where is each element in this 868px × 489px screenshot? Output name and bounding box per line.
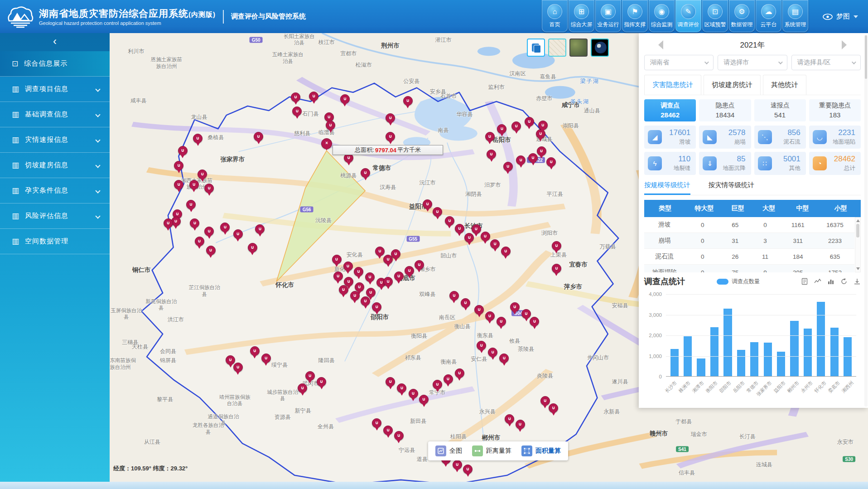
hazard-pin[interactable]: ∪ bbox=[503, 162, 513, 171]
sidebar-item-2[interactable]: ▥基础调查信息 bbox=[0, 102, 110, 127]
bar-chart-icon[interactable] bbox=[827, 278, 834, 285]
prev-year-button[interactable] bbox=[658, 40, 663, 49]
hazard-pin[interactable]: ∪ bbox=[178, 146, 188, 155]
scroll-thumb[interactable] bbox=[856, 224, 859, 237]
hazard-pin[interactable]: ∪ bbox=[455, 368, 464, 378]
hazard-pin[interactable]: ∪ bbox=[164, 218, 173, 228]
hazard-pin[interactable]: ∪ bbox=[528, 153, 538, 163]
nav-tab-system[interactable]: ▤系统管理 bbox=[782, 0, 808, 32]
hazard-pin[interactable]: ∪ bbox=[291, 92, 300, 102]
tab-2[interactable]: 其他统计 bbox=[763, 75, 806, 95]
sidebar-item-4[interactable]: ▥切坡建房信息 bbox=[0, 153, 110, 178]
sidebar-item-3[interactable]: ▥灾情速报信息 bbox=[0, 127, 110, 153]
hazard-pin[interactable]: ∪ bbox=[485, 311, 495, 321]
type-card-地裂缝[interactable]: ϟ110地裂缝 bbox=[644, 152, 696, 175]
hazard-pin[interactable]: ∪ bbox=[453, 460, 462, 470]
scroll-up-icon[interactable] bbox=[856, 219, 860, 222]
next-year-button[interactable] bbox=[842, 40, 847, 49]
measure-close-pin[interactable]: × bbox=[321, 138, 332, 149]
sidebar-item-7[interactable]: ▥空间数据管理 bbox=[0, 229, 110, 254]
hazard-pin[interactable]: ∪ bbox=[472, 224, 481, 234]
layer-street-button[interactable] bbox=[548, 39, 566, 57]
data-view-icon[interactable] bbox=[801, 278, 808, 285]
hazard-pin[interactable]: ∪ bbox=[333, 271, 343, 281]
hazard-pin[interactable]: ∪ bbox=[455, 224, 464, 233]
user-area[interactable]: 梦图 bbox=[809, 12, 868, 21]
type-card-滑坡[interactable]: ◢17601滑坡 bbox=[644, 126, 696, 149]
nav-tab-screen[interactable]: ⊞综合大屏 bbox=[569, 0, 594, 32]
refresh-icon[interactable] bbox=[840, 278, 848, 285]
hazard-pin[interactable]: ∪ bbox=[474, 305, 484, 315]
summary-card-2[interactable]: 速报点541 bbox=[754, 99, 806, 121]
hazard-pin[interactable]: ∪ bbox=[415, 260, 424, 270]
hazard-pin[interactable]: ∪ bbox=[409, 389, 418, 398]
hazard-pin[interactable]: ∪ bbox=[521, 309, 531, 319]
hazard-pin[interactable]: ∪ bbox=[233, 229, 243, 239]
download-icon[interactable] bbox=[854, 278, 861, 285]
summary-card-3[interactable]: 重要隐患点183 bbox=[809, 99, 861, 121]
type-card-泥石流[interactable]: ⋱856泥石流 bbox=[754, 126, 806, 149]
hazard-pin[interactable]: ∪ bbox=[189, 180, 199, 189]
nav-tab-region[interactable]: ⊡区域预警 bbox=[702, 0, 728, 32]
hazard-pin[interactable]: ∪ bbox=[361, 168, 370, 178]
hazard-pin[interactable]: ∪ bbox=[552, 264, 561, 273]
scroll-down-icon[interactable] bbox=[856, 267, 860, 270]
nav-tab-dataman[interactable]: ⚙数据管理 bbox=[729, 0, 755, 32]
nav-tab-monitor[interactable]: ◉综合监测 bbox=[649, 0, 675, 32]
hazard-pin[interactable]: ∪ bbox=[250, 346, 260, 356]
hazard-pin[interactable]: ∪ bbox=[516, 420, 525, 429]
type-card-崩塌[interactable]: ◣2578崩塌 bbox=[699, 126, 751, 149]
hazard-pin[interactable]: ∪ bbox=[174, 161, 183, 170]
hazard-pin[interactable]: ∪ bbox=[350, 291, 360, 300]
nav-tab-cloud[interactable]: ☁云平台 bbox=[756, 0, 781, 32]
hazard-pin[interactable]: ∪ bbox=[445, 216, 454, 226]
province-select[interactable]: 湖南省 bbox=[644, 55, 714, 70]
hazard-pin[interactable]: ∪ bbox=[206, 246, 216, 255]
line-chart-icon[interactable] bbox=[814, 278, 821, 285]
nav-tab-home[interactable]: ⌂首页 bbox=[542, 0, 568, 32]
nav-tab-survey[interactable]: ✎调查评价 bbox=[675, 0, 701, 32]
sidebar-item-6[interactable]: ▥风险评估信息 bbox=[0, 203, 110, 229]
hazard-pin[interactable]: ∪ bbox=[343, 261, 353, 271]
type-card-总计[interactable]: ◔28462总计 bbox=[809, 152, 861, 175]
hazard-pin[interactable]: ∪ bbox=[332, 255, 342, 264]
hazard-pin[interactable]: ∪ bbox=[552, 241, 561, 251]
city-select[interactable]: 请选择市 bbox=[718, 55, 787, 70]
hazard-pin[interactable]: ∪ bbox=[449, 291, 459, 300]
hazard-pin[interactable]: ∪ bbox=[461, 298, 470, 308]
hazard-pin[interactable]: ∪ bbox=[375, 247, 385, 256]
hazard-pin[interactable]: ∪ bbox=[525, 117, 534, 126]
hazard-pin[interactable]: ∪ bbox=[317, 377, 326, 387]
hazard-pin[interactable]: ∪ bbox=[546, 157, 556, 167]
hazard-pin[interactable]: ∪ bbox=[248, 243, 257, 252]
hazard-pin[interactable]: ∪ bbox=[481, 232, 490, 241]
hazard-pin[interactable]: ∪ bbox=[419, 395, 429, 404]
hazard-pin[interactable]: ∪ bbox=[340, 94, 350, 104]
panel-scrollbar[interactable] bbox=[864, 34, 868, 407]
hazard-pin[interactable]: ∪ bbox=[298, 383, 307, 393]
sidebar-item-5[interactable]: ▥孕灾条件信息 bbox=[0, 178, 110, 203]
chart-legend[interactable]: 调查点数量 bbox=[717, 278, 760, 286]
hazard-pin[interactable]: ∪ bbox=[339, 285, 348, 295]
sidebar-item-0[interactable]: ⊡综合信息展示 bbox=[0, 51, 110, 77]
hazard-pin[interactable]: ∪ bbox=[198, 169, 207, 179]
hazard-pin[interactable]: ∪ bbox=[391, 249, 400, 259]
type-card-其他[interactable]: ∷5001其他 bbox=[754, 152, 806, 175]
area-measure-button[interactable]: 面积量算 bbox=[521, 445, 561, 456]
subtab-0[interactable]: 按规模等级统计 bbox=[644, 181, 690, 195]
nav-tab-biz[interactable]: ▣业务运行 bbox=[595, 0, 621, 32]
hazard-pin[interactable]: ∪ bbox=[361, 296, 370, 306]
type-card-地面沉降[interactable]: ⇓85地面沉降 bbox=[699, 152, 751, 175]
hazard-pin[interactable]: ∪ bbox=[485, 132, 495, 141]
hazard-pin[interactable]: ∪ bbox=[204, 227, 214, 236]
hazard-pin[interactable]: ∪ bbox=[190, 218, 199, 228]
type-card-地面塌陷[interactable]: ◡2231地面塌陷 bbox=[809, 126, 861, 149]
hazard-pin[interactable]: ∪ bbox=[463, 465, 473, 474]
hazard-pin[interactable]: ∪ bbox=[487, 150, 496, 159]
tab-0[interactable]: 灾害隐患统计 bbox=[644, 75, 701, 95]
hazard-pin[interactable]: ∪ bbox=[386, 377, 395, 387]
hazard-pin[interactable]: ∪ bbox=[394, 271, 404, 281]
hazard-pin[interactable]: ∪ bbox=[501, 247, 511, 256]
hazard-pin[interactable]: ∪ bbox=[497, 317, 506, 326]
tab-1[interactable]: 切坡建房统计 bbox=[704, 75, 761, 95]
